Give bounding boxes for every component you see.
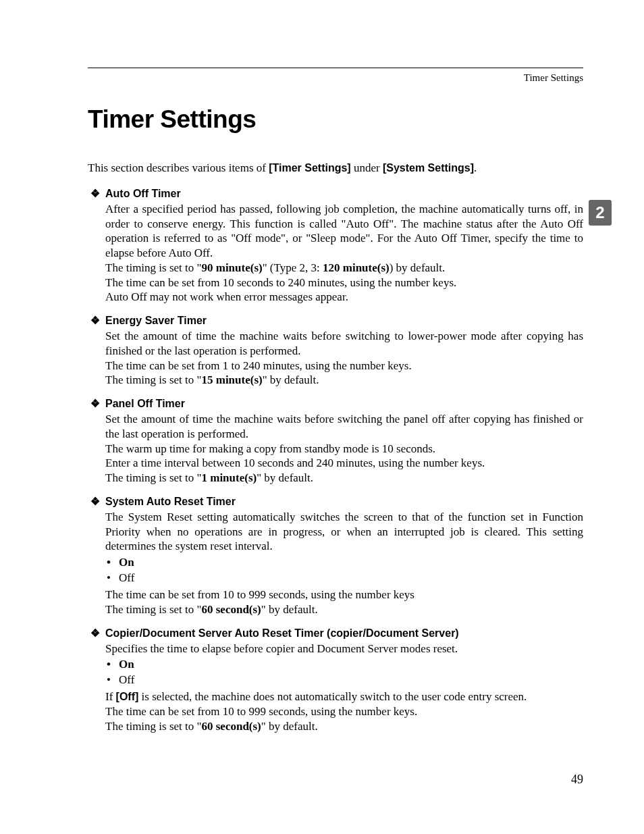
body-paragraph: Enter a time interval between 10 seconds… (105, 457, 485, 469)
running-header: Timer Settings (88, 72, 583, 84)
chapter-tab-badge: 2 (589, 200, 612, 226)
body-paragraph: After a specified period has passed, fol… (105, 203, 583, 259)
body-text: The timing is set to " (105, 471, 201, 484)
body-paragraph: The time can be set from 1 to 240 minute… (105, 359, 412, 372)
section-auto-off-timer: ❖ Auto Off Timer After a specified perio… (88, 187, 583, 305)
body-paragraph: The time can be set from 10 to 999 secon… (105, 588, 414, 601)
diamond-icon: ❖ (90, 314, 100, 327)
option-list: On Off (105, 555, 583, 586)
intro-text: . (474, 161, 477, 174)
section-heading: ❖ Energy Saver Timer (88, 314, 583, 327)
option-off: Off (105, 673, 583, 688)
body-text: " by default. (257, 471, 313, 484)
intro-paragraph: This section describes various items of … (88, 161, 583, 176)
body-bold: 120 minute(s) (323, 261, 390, 274)
body-bold: 60 second(s) (201, 720, 261, 733)
document-page: Timer Settings 2 Timer Settings This sec… (0, 0, 644, 783)
body-bold: 90 minute(s) (201, 261, 262, 274)
section-panel-off-timer: ❖ Panel Off Timer Set the amount of time… (88, 397, 583, 486)
diamond-icon: ❖ (90, 187, 100, 200)
section-heading-text: Energy Saver Timer (105, 315, 207, 327)
page-title: Timer Settings (88, 105, 583, 134)
body-text: is selected, the machine does not automa… (138, 690, 527, 703)
section-body: Set the amount of time the machine waits… (105, 412, 583, 486)
section-body: After a specified period has passed, fol… (105, 202, 583, 305)
body-bold: [Off] (116, 691, 139, 702)
section-body: Specifies the time to elapse before copi… (105, 642, 583, 656)
page-number: 49 (571, 773, 583, 787)
body-paragraph: Set the amount of time the machine waits… (105, 413, 583, 440)
intro-text: This section describes various items of (88, 161, 269, 174)
body-text: The timing is set to " (105, 603, 201, 616)
body-text: The timing is set to " (105, 720, 201, 733)
body-paragraph: The time can be set from 10 to 999 secon… (105, 705, 417, 718)
body-text: " by default. (261, 720, 318, 733)
section-heading: ❖ Auto Off Timer (88, 187, 583, 200)
diamond-icon: ❖ (90, 397, 100, 410)
option-list: On Off (105, 657, 583, 688)
option-on: On (105, 555, 583, 571)
option-on: On (105, 657, 583, 673)
body-bold: 60 second(s) (201, 603, 261, 616)
section-heading: ❖ Panel Off Timer (88, 397, 583, 410)
section-system-auto-reset-timer: ❖ System Auto Reset Timer The System Res… (88, 495, 583, 617)
header-rule (88, 68, 583, 68)
body-paragraph: The time can be set from 10 seconds to 2… (105, 276, 456, 289)
section-heading: ❖ System Auto Reset Timer (88, 495, 583, 508)
section-heading-text: Copier/Document Server Auto Reset Timer … (105, 627, 459, 640)
intro-bold-2: [System Settings] (383, 162, 474, 174)
body-text: If (105, 690, 116, 703)
body-text: The timing is set to " (105, 373, 201, 386)
diamond-icon: ❖ (90, 495, 100, 508)
section-copier-auto-reset-timer: ❖ Copier/Document Server Auto Reset Time… (88, 627, 583, 734)
body-paragraph: Auto Off may not work when error message… (105, 290, 348, 303)
body-text: " (Type 2, 3: (263, 261, 323, 274)
intro-bold-1: [Timer Settings] (269, 162, 351, 174)
section-heading-text: Auto Off Timer (105, 188, 181, 200)
body-bold: 15 minute(s) (201, 373, 262, 386)
body-text: The timing is set to " (105, 261, 201, 274)
section-body: If [Off] is selected, the machine does n… (105, 689, 583, 733)
section-energy-saver-timer: ❖ Energy Saver Timer Set the amount of t… (88, 314, 583, 388)
body-text: " by default. (261, 603, 318, 616)
section-heading-text: Panel Off Timer (105, 398, 185, 410)
body-text: ) by default. (390, 261, 446, 274)
section-heading: ❖ Copier/Document Server Auto Reset Time… (88, 627, 583, 640)
section-body: The time can be set from 10 to 999 secon… (105, 588, 583, 617)
option-off: Off (105, 571, 583, 586)
section-heading-text: System Auto Reset Timer (105, 496, 236, 508)
body-paragraph: The warm up time for making a copy from … (105, 442, 435, 455)
section-body: The System Reset setting automatically s… (105, 510, 583, 554)
body-paragraph: Set the amount of time the machine waits… (105, 330, 583, 357)
section-body: Set the amount of time the machine waits… (105, 329, 583, 388)
diamond-icon: ❖ (90, 627, 100, 640)
intro-text: under (351, 161, 383, 174)
body-bold: 1 minute(s) (201, 471, 257, 484)
body-text: " by default. (263, 373, 319, 386)
